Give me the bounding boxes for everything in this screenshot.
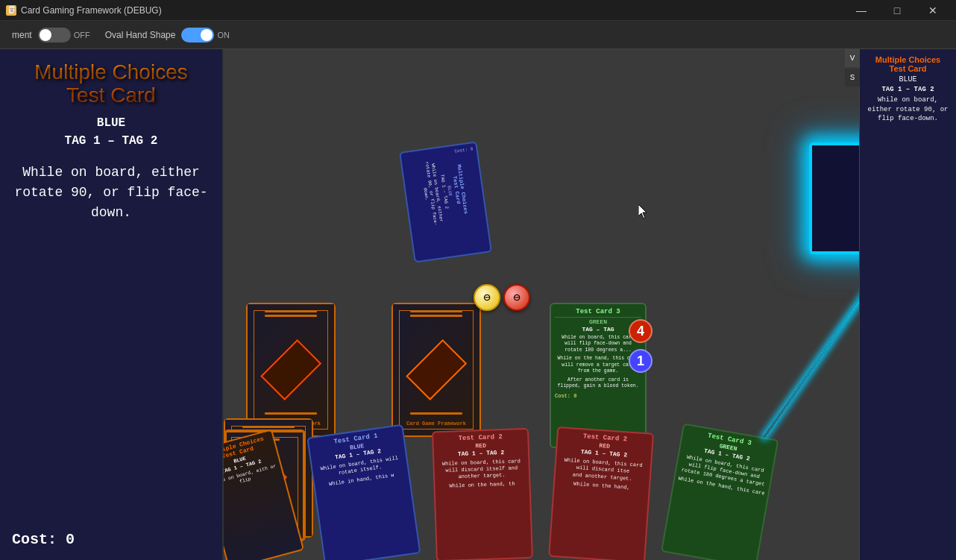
togglement-state: OFF [74,31,90,40]
oval-hand-label: Oval Hand Shape [105,30,176,40]
togglement-thumb [40,29,51,41]
right-panel-title: Multiple ChoicesTest Card [866,55,950,73]
token-1: ⊖ [474,284,500,311]
title-bar: 🃏 Card Gaming Framework (DEBUG) — □ ✕ [0,0,956,21]
hc2-body2: While on the hand, th [438,480,526,490]
left-panel-title: Multiple ChoicesTest Card [12,61,210,107]
laser-beam [763,254,859,438]
mouse-cursor [638,204,649,223]
main-area: Multiple ChoicesTest Card BLUE TAG 1 – T… [0,49,956,560]
badge-1: 1 [629,349,652,373]
facedown-card-2-label: Card Game Framework [393,421,479,427]
togglement-label: ment [12,30,32,40]
tc3-color: GREEN [555,318,641,325]
app-title: Card Gaming Framework (DEBUG) [21,5,162,16]
title-bar-left: 🃏 Card Gaming Framework (DEBUG) [6,5,162,16]
right-tab-v[interactable]: V [845,49,860,67]
right-panel-tags: TAG 1 – TAG 2 [866,86,950,93]
tc3-body3: After another card is flipped, gain a bl… [555,377,641,390]
oval-hand-control: Oval Hand Shape ON [105,28,230,43]
window-controls[interactable]: — □ ✕ [844,0,950,21]
togglement-switch[interactable]: OFF [38,28,90,43]
hand-card-2[interactable]: Test Card 2 RED TAG 1 – TAG 2 While on b… [432,428,533,560]
app-icon: 🃏 [6,5,16,16]
tc3-body1: While on board, this card will flip face… [555,335,641,353]
glow-card-icons: □ T ⊞ T [815,148,859,160]
left-panel-description: While on board, either rotate 90, or fli… [12,163,210,223]
right-panel-color: BLUE [866,75,950,84]
game-area: Card Game Framework Card Game Framework [224,49,859,560]
left-panel: Multiple ChoicesTest Card BLUE TAG 1 – T… [0,49,224,560]
togglement-track[interactable] [38,28,71,43]
hand-card-3[interactable]: Test Card 2 RED TAG 1 – TAG 2 While on b… [548,427,654,560]
facedown-card-2[interactable]: Card Game Framework [391,303,481,437]
maximize-button[interactable]: □ [880,0,914,21]
glow-card-cost-top: Cost: 0 [815,162,859,168]
oval-hand-thumb [201,29,213,41]
togglement-control: ment OFF [12,28,90,43]
tc3-header: Test Card 3 [555,308,641,318]
minimize-button[interactable]: — [844,0,878,21]
hand-card-1[interactable]: Test Card 1 BLUE TAG 1 – TAG 2 While on … [306,424,421,560]
oval-hand-switch[interactable]: ON [181,28,230,43]
left-panel-cost: Cost: 0 [12,531,75,548]
left-panel-color: BLUE [12,116,210,130]
facedown-card-1[interactable]: Card Game Framework [246,303,336,437]
badge-4: 4 [629,319,652,343]
glow-card[interactable]: □ T ⊞ T Cost: 0 Multiple ChoicesTest Car… [809,142,859,254]
blue-card-stack[interactable]: Cost: 0 Multiple ChoicesTest Card BLUE T… [406,139,556,258]
right-tab-s[interactable]: S [845,69,860,86]
rotated-blue-card-1[interactable]: Cost: 0 Multiple ChoicesTest Card BLUE T… [399,141,492,262]
oval-hand-state: ON [217,31,230,40]
oval-hand-track[interactable] [181,28,214,43]
toolbar: ment OFF Oval Hand Shape ON [0,21,956,49]
tc3-cost: Cost: 0 [555,393,641,399]
right-panel: V S Multiple ChoicesTest Card BLUE TAG 1… [859,49,956,560]
right-panel-desc: While on board, either rotate 90, or fli… [866,95,950,124]
hand-card-4[interactable]: Test Card 3 GREEN TAG 1 – TAG 2 While on… [661,423,779,560]
close-button[interactable]: ✕ [916,0,950,21]
token-2: ⊖ [503,284,530,311]
left-panel-tags: TAG 1 – TAG 2 [12,134,210,148]
hc2-body: While on board, this card will discard i… [437,458,526,481]
